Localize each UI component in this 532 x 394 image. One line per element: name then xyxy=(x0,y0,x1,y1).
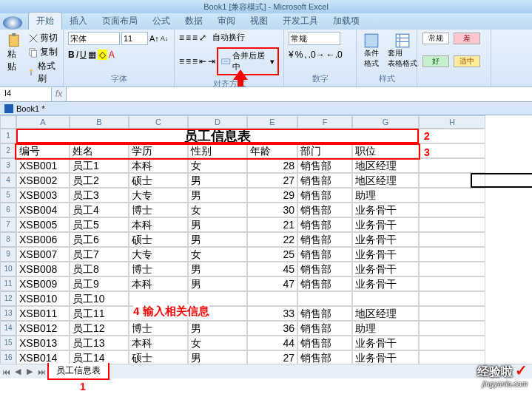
col-header[interactable]: E xyxy=(247,115,297,129)
cond-format-button[interactable]: 条件格式 xyxy=(361,32,382,72)
data-cell[interactable]: 员工7 xyxy=(70,247,129,262)
data-cell[interactable] xyxy=(419,276,485,291)
data-cell[interactable]: 员工5 xyxy=(70,217,129,232)
data-cell[interactable]: XSB001 xyxy=(16,158,70,173)
align-mid-icon[interactable]: ≡ xyxy=(186,33,191,43)
data-cell[interactable]: 硕士 xyxy=(129,173,188,188)
row-header[interactable]: 7 xyxy=(0,217,16,232)
col-header[interactable]: G xyxy=(352,115,419,129)
row-header[interactable]: 2 xyxy=(0,143,16,158)
col-header[interactable]: A xyxy=(16,115,70,129)
data-cell[interactable] xyxy=(247,291,297,306)
data-cell[interactable]: XSB002 xyxy=(16,173,70,188)
data-cell[interactable] xyxy=(419,203,485,217)
font-name-input[interactable] xyxy=(68,32,120,45)
data-cell[interactable]: 男 xyxy=(188,262,247,276)
data-cell[interactable]: 销售部 xyxy=(297,217,352,232)
data-cell[interactable]: 男 xyxy=(188,350,247,364)
data-cell[interactable]: 业务骨干 xyxy=(352,217,419,232)
col-header[interactable]: H xyxy=(419,115,485,129)
data-cell[interactable]: 博士 xyxy=(129,321,188,336)
row-header[interactable]: 9 xyxy=(0,247,16,262)
align-bot-icon[interactable]: ≡ xyxy=(192,33,198,43)
data-cell[interactable]: 22 xyxy=(247,232,297,247)
data-cell[interactable]: 27 xyxy=(247,350,297,364)
data-cell[interactable]: XSB003 xyxy=(16,188,70,203)
data-cell[interactable]: 女 xyxy=(188,158,247,173)
data-cell[interactable]: 本科 xyxy=(129,217,188,232)
sheet-nav-next[interactable]: ▶ xyxy=(24,367,36,376)
row-header[interactable]: 12 xyxy=(0,291,16,306)
row-header[interactable]: 16 xyxy=(0,350,16,364)
data-cell[interactable]: 本科 xyxy=(129,158,188,173)
row-header[interactable]: 1 xyxy=(0,129,16,143)
data-cell[interactable]: 女 xyxy=(188,336,247,350)
row-header[interactable]: 11 xyxy=(0,276,16,291)
col-header[interactable]: C xyxy=(129,115,188,129)
header-cell[interactable]: 部门 xyxy=(297,143,352,158)
data-cell[interactable]: 销售部 xyxy=(297,173,352,188)
data-cell[interactable]: XSB007 xyxy=(16,247,70,262)
data-cell[interactable]: 销售部 xyxy=(297,203,352,217)
header-cell[interactable]: 职位 xyxy=(352,143,419,158)
table-format-button[interactable]: 套用 表格格式 xyxy=(385,32,420,72)
data-cell[interactable]: XSB004 xyxy=(16,203,70,217)
header-cell[interactable]: 编号 xyxy=(16,143,70,158)
cut-button[interactable]: 剪切 xyxy=(28,32,58,44)
data-cell[interactable]: 销售部 xyxy=(297,276,352,291)
data-cell[interactable]: XSB008 xyxy=(16,262,70,276)
header-cell[interactable]: 性别 xyxy=(188,143,247,158)
data-cell[interactable]: 25 xyxy=(247,247,297,262)
tab-addins[interactable]: 加载项 xyxy=(326,13,367,30)
style-bad[interactable]: 差 xyxy=(454,33,480,44)
tab-review[interactable]: 审阅 xyxy=(210,13,243,30)
data-cell[interactable]: 员工8 xyxy=(70,262,129,276)
data-cell[interactable]: 男 xyxy=(188,217,247,232)
data-cell[interactable] xyxy=(419,158,485,173)
tab-view[interactable]: 视图 xyxy=(243,13,275,30)
data-cell[interactable]: 业务骨干 xyxy=(352,276,419,291)
row-header[interactable]: 6 xyxy=(0,203,16,217)
currency-icon[interactable]: ¥ xyxy=(289,50,294,60)
data-cell[interactable]: 地区经理 xyxy=(352,306,419,321)
data-cell[interactable] xyxy=(419,350,485,364)
bold-button[interactable]: B xyxy=(68,50,75,60)
data-cell[interactable]: 员工11 xyxy=(70,306,129,321)
data-cell[interactable]: 44 xyxy=(247,336,297,350)
title-cell[interactable]: 员工信息表 xyxy=(16,129,419,143)
row-header[interactable]: 4 xyxy=(0,173,16,188)
tab-data[interactable]: 数据 xyxy=(178,13,210,30)
data-cell[interactable] xyxy=(419,262,485,276)
indent-dec-icon[interactable]: ⇤ xyxy=(199,56,206,67)
header-cell[interactable]: 学历 xyxy=(129,143,188,158)
data-cell[interactable]: 员工1 xyxy=(70,158,129,173)
data-cell[interactable]: 男 xyxy=(188,173,247,188)
row-header[interactable]: 15 xyxy=(0,336,16,350)
data-cell[interactable]: 销售部 xyxy=(297,262,352,276)
align-top-icon[interactable]: ≡ xyxy=(179,33,184,43)
data-cell[interactable]: 硕士 xyxy=(129,350,188,364)
number-format-select[interactable] xyxy=(289,32,340,45)
decimal-inc-icon[interactable]: .0→ xyxy=(309,50,325,60)
data-cell[interactable]: 业务骨干 xyxy=(352,336,419,350)
data-cell[interactable] xyxy=(419,188,485,203)
spreadsheet-grid[interactable]: A B C D E F G H 1员工信息表 2 编号 姓名 学历 性别 年龄 … xyxy=(0,115,532,364)
data-cell[interactable]: 员工2 xyxy=(70,173,129,188)
data-cell[interactable]: XSB010 xyxy=(16,291,70,306)
data-cell[interactable]: 业务骨干 xyxy=(352,232,419,247)
data-cell[interactable]: 大专 xyxy=(129,247,188,262)
data-cell[interactable]: 29 xyxy=(247,188,297,203)
data-cell[interactable] xyxy=(419,321,485,336)
data-cell[interactable] xyxy=(129,291,188,306)
merge-center-button[interactable]: 合并后居中▾ xyxy=(217,47,279,75)
align-center-icon[interactable]: ≡ xyxy=(186,56,191,67)
paste-button[interactable]: 粘贴 xyxy=(4,32,25,86)
indent-inc-icon[interactable]: ⇥ xyxy=(208,56,215,67)
data-cell[interactable]: 销售部 xyxy=(297,247,352,262)
tab-home[interactable]: 开始 xyxy=(28,12,62,30)
col-header[interactable]: D xyxy=(188,115,247,129)
percent-icon[interactable]: % xyxy=(295,50,303,60)
tab-insert[interactable]: 插入 xyxy=(62,13,95,30)
data-cell[interactable]: XSB009 xyxy=(16,276,70,291)
style-neutral[interactable]: 适中 xyxy=(454,55,480,67)
